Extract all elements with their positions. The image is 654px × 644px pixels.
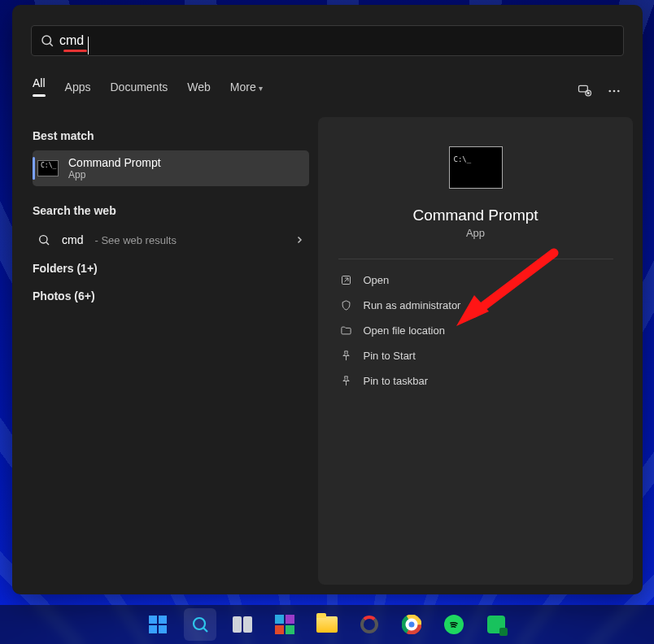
widgets-icon [275, 615, 294, 634]
svg-point-7 [617, 89, 620, 92]
annotation-underline [63, 50, 87, 52]
pin-icon [340, 350, 352, 362]
pin-icon [340, 375, 352, 387]
best-match-subtitle: App [68, 169, 161, 181]
task-view-button[interactable] [226, 608, 259, 641]
svg-point-5 [608, 89, 611, 92]
search-icon [40, 33, 54, 48]
app-icon [487, 616, 505, 633]
web-hint: - See web results [94, 234, 176, 246]
task-view-icon [233, 616, 252, 633]
divider [338, 259, 613, 259]
action-open[interactable]: Open [338, 268, 613, 293]
chrome-button[interactable] [395, 608, 428, 641]
command-prompt-icon: C:\_ [449, 146, 503, 189]
taskbar-search-button[interactable] [184, 608, 216, 641]
command-prompt-icon: C:\_ [37, 160, 59, 176]
taskbar-app-green[interactable] [480, 608, 512, 641]
action-label: Open [364, 274, 390, 286]
svg-point-16 [194, 618, 205, 629]
action-label: Pin to Start [364, 350, 416, 362]
start-search-panel: All Apps Documents Web More▾ Best match … [12, 5, 643, 594]
shield-icon [340, 299, 352, 311]
action-label: Pin to taskbar [364, 375, 429, 387]
search-icon [190, 615, 210, 634]
action-run-as-administrator[interactable]: Run as administrator [338, 293, 613, 318]
photos-group[interactable]: Photos (6+) [33, 282, 309, 310]
taskbar [0, 605, 654, 644]
chrome-icon [402, 615, 421, 634]
open-icon [340, 274, 352, 286]
tab-documents[interactable]: Documents [110, 80, 168, 102]
action-open-file-location[interactable]: Open file location [338, 318, 613, 343]
detail-title: Command Prompt [412, 207, 538, 224]
svg-point-6 [613, 89, 616, 92]
svg-point-4 [587, 92, 589, 94]
filter-tabs: All Apps Documents Web More▾ [33, 76, 622, 105]
widgets-button[interactable] [268, 608, 301, 641]
search-icon [37, 233, 50, 246]
tab-more[interactable]: More▾ [230, 80, 263, 102]
folders-group[interactable]: Folders (1+) [33, 255, 309, 282]
file-explorer-button[interactable] [311, 608, 343, 641]
folder-icon [316, 616, 338, 633]
tab-apps[interactable]: Apps [65, 80, 91, 102]
best-match-header: Best match [33, 129, 309, 142]
tab-web[interactable]: Web [187, 80, 211, 102]
spotify-icon [444, 615, 464, 634]
svg-line-11 [344, 278, 347, 281]
search-box[interactable] [31, 25, 624, 56]
more-options-icon[interactable] [606, 83, 622, 99]
detail-subtitle: App [466, 227, 485, 239]
action-pin-to-start[interactable]: Pin to Start [338, 343, 613, 368]
svg-line-1 [50, 43, 52, 46]
actions-list: Open Run as administrator Open file loca… [338, 268, 613, 394]
best-match-result[interactable]: C:\_ Command Prompt App [33, 150, 309, 186]
web-query: cmd [62, 233, 83, 246]
search-settings-icon[interactable] [577, 83, 593, 99]
folder-icon [340, 324, 352, 337]
loading-ring-icon [360, 616, 378, 633]
chevron-right-icon [294, 235, 304, 245]
chevron-down-icon: ▾ [259, 84, 263, 93]
svg-line-9 [46, 242, 49, 245]
svg-point-0 [42, 36, 51, 45]
taskbar-app-loader[interactable] [353, 608, 386, 641]
action-pin-to-taskbar[interactable]: Pin to taskbar [338, 368, 613, 394]
svg-line-17 [203, 628, 207, 632]
windows-logo-icon [149, 616, 167, 633]
action-label: Open file location [364, 324, 445, 337]
svg-point-8 [40, 236, 47, 243]
start-button[interactable] [142, 608, 174, 641]
text-caret [88, 37, 89, 54]
tab-all[interactable]: All [33, 76, 46, 105]
detail-pane: C:\_ Command Prompt App Open Run as admi… [318, 117, 633, 585]
action-label: Run as administrator [364, 299, 461, 311]
web-header: Search the web [33, 204, 309, 217]
search-input[interactable] [54, 33, 615, 48]
spotify-button[interactable] [438, 608, 470, 641]
results-column: Best match C:\_ Command Prompt App Searc… [33, 123, 309, 310]
best-match-title: Command Prompt [68, 156, 161, 169]
web-search-result[interactable]: cmd - See web results [33, 225, 309, 255]
